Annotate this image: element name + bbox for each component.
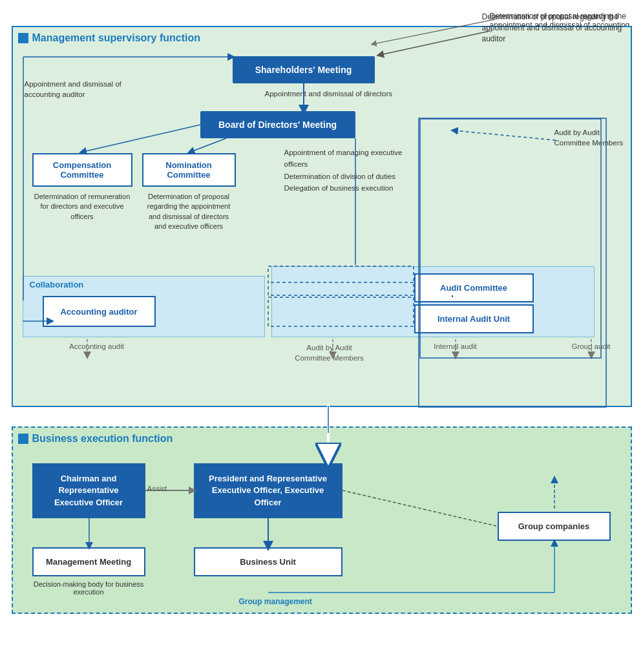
decision-making-label: Decision-making body for business execut… [32, 580, 145, 596]
nomination-committee-node: Nomination Committee [142, 153, 236, 187]
collaboration-box: Collaboration Accounting auditor [23, 276, 265, 337]
group-companies-node: Group companies [498, 512, 611, 541]
compensation-desc: Determination of remuneration for direct… [32, 192, 132, 222]
management-section-label: Management supervisory function [18, 32, 201, 44]
audit-internal-box: Audit Committee Internal Audit Unit [271, 266, 595, 337]
appt-dismiss-accounting-label: Appointment and dismissal of accounting … [25, 79, 141, 100]
business-section-label: Business execution function [18, 433, 173, 445]
svg-line-19 [343, 490, 496, 526]
assist-label: Assist [147, 485, 167, 492]
internal-audit-label: Internal audit [427, 342, 485, 350]
group-management-label: Group management [239, 597, 312, 606]
svg-line-4 [454, 131, 556, 140]
board-of-directors-node: Board of Directors' Meeting [200, 111, 355, 138]
president-node: President and Representative Executive O… [194, 463, 343, 518]
management-meeting-node: Management Meeting [32, 547, 145, 576]
determination-top-right: Determination of proposal regarding the … [482, 12, 631, 44]
appt-dismiss-directors-label: Appointment and dismissal of directors [265, 89, 394, 99]
nomination-desc: Determination of proposal regarding the … [142, 192, 236, 232]
audit-committee-node: Audit Committee [414, 273, 534, 302]
chairman-node: Chairman and Representative Executive Of… [32, 463, 145, 518]
compensation-committee-node: Compensation Committee [32, 153, 132, 187]
group-audit-label: Group audit [565, 342, 617, 350]
svg-line-2 [191, 138, 226, 152]
accounting-audit-label: Accounting audit [65, 342, 129, 350]
management-section: Management supervisory function Sharehol… [12, 26, 632, 407]
shareholders-meeting-node: Shareholders' Meeting [233, 56, 375, 83]
internal-audit-unit-node: Internal Audit Unit [414, 304, 534, 333]
accounting-auditor-node: Accounting auditor [43, 296, 156, 327]
svg-line-1 [83, 125, 200, 152]
business-section: Business execution function Chairman and… [12, 426, 632, 614]
audit-by-committee-label: Audit by Audit Committee Members [291, 342, 368, 363]
board-desc: Appointment of managing executive office… [284, 147, 414, 194]
collaboration-label: Collaboration [30, 280, 84, 289]
business-unit-node: Business Unit [194, 547, 343, 576]
audit-committee-members-label: Audit by Audit Committee Members [554, 127, 626, 148]
